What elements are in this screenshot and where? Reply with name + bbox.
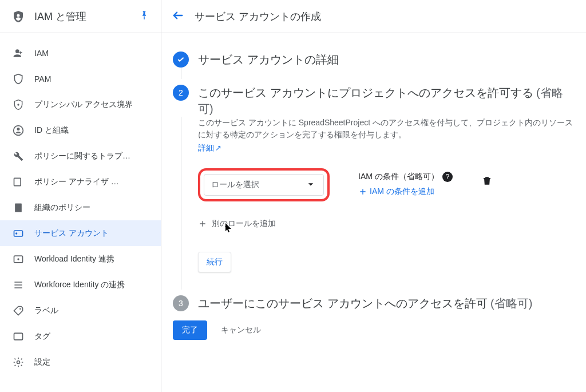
topbar: サービス アカウントの作成: [161, 0, 586, 33]
svg-point-4: [17, 128, 20, 130]
step-1-header: サービス アカウントの詳細: [173, 52, 575, 68]
shield-icon: [11, 10, 25, 23]
step-1-title[interactable]: サービス アカウントの詳細: [198, 52, 339, 68]
sidebar-item-label: ラベル: [34, 306, 58, 316]
tag-icon: [13, 305, 24, 316]
step-2-number: 2: [173, 85, 189, 101]
done-button[interactable]: 完了: [173, 320, 207, 340]
svg-point-13: [17, 361, 20, 363]
svg-point-8: [15, 232, 17, 234]
step-connector: [181, 68, 181, 79]
continue-button[interactable]: 続行: [198, 252, 231, 272]
sidebar-nav-list: IAM PAM プリンシパル アクセス境界 ID と組織 ポリシーに関するトラブ…: [0, 33, 161, 375]
role-select[interactable]: ロールを選択: [204, 174, 324, 196]
sidebar-item-labels[interactable]: ラベル: [0, 298, 161, 323]
sidebar-item-identity[interactable]: ID と組織: [0, 117, 161, 143]
analyzer-icon: [13, 176, 24, 188]
add-iam-condition-button[interactable]: IAM の条件を追加: [358, 187, 453, 197]
pin-icon[interactable]: [139, 10, 149, 22]
flag-icon: [13, 331, 24, 342]
svg-rect-7: [14, 231, 23, 236]
step-2-title: このサービス アカウントにプロジェクトへのアクセスを許可する (省略可): [198, 85, 575, 117]
sidebar-item-iam[interactable]: IAM: [0, 40, 161, 66]
svg-point-1: [15, 49, 19, 53]
step-connector: [181, 117, 181, 290]
svg-point-10: [17, 258, 19, 260]
badge-icon: [13, 228, 24, 239]
step-2-description: このサービス アカウントに SpreadSheetProject へのアクセス権…: [198, 117, 575, 141]
sidebar-item-label: ポリシー アナライザ …: [34, 177, 119, 187]
chevron-down-icon: [305, 179, 316, 192]
sidebar-item-label: Workforce Identity の連携: [34, 280, 125, 290]
svg-point-0: [17, 14, 20, 17]
cursor-icon: [224, 222, 233, 233]
sidebar-item-principal-access[interactable]: プリンシパル アクセス境界: [0, 92, 161, 117]
details-link[interactable]: 詳細↗: [198, 143, 221, 152]
sidebar-item-label: プリンシパル アクセス境界: [34, 100, 133, 110]
sidebar-item-label: 設定: [34, 357, 50, 367]
step-3-title[interactable]: ユーザーにこのサービス アカウントへのアクセスを許可 (省略可): [198, 295, 532, 311]
step-done-icon: [173, 52, 189, 68]
sidebar-item-label: 組織のポリシー: [34, 203, 90, 213]
role-select-highlight: ロールを選択: [198, 168, 330, 201]
role-select-placeholder: ロールを選択: [211, 180, 259, 190]
sidebar-item-org-policies[interactable]: 組織のポリシー: [0, 195, 161, 220]
sidebar-item-pam[interactable]: PAM: [0, 66, 161, 92]
sidebar-item-settings[interactable]: 設定: [0, 349, 161, 375]
help-icon[interactable]: ?: [442, 172, 453, 182]
gear-icon: [13, 357, 24, 368]
sidebar-item-policy-analyzer[interactable]: ポリシー アナライザ …: [0, 169, 161, 195]
sidebar-item-label: ID と組織: [34, 125, 69, 136]
sidebar-item-policy-troubleshoot[interactable]: ポリシーに関するトラブ…: [0, 143, 161, 169]
sidebar-header: IAM と管理: [0, 0, 161, 33]
add-another-role-button[interactable]: 別のロールを追加: [198, 219, 575, 229]
shield-lock-icon: [13, 99, 24, 110]
sidebar-item-label: ポリシーに関するトラブ…: [34, 151, 130, 161]
iam-condition-label: IAM の条件（省略可） ?: [358, 172, 453, 182]
svg-point-2: [17, 104, 19, 105]
account-icon: [13, 125, 24, 136]
sidebar-item-label: サービス アカウント: [34, 228, 109, 239]
sidebar-item-label: IAM: [34, 49, 49, 58]
external-link-icon: ↗: [215, 144, 221, 152]
sidebar-item-service-accounts[interactable]: サービス アカウント: [0, 220, 161, 246]
step-2-header: 2 このサービス アカウントにプロジェクトへのアクセスを許可する (省略可): [173, 85, 575, 117]
workload-icon: [13, 254, 24, 265]
workforce-icon: [13, 279, 24, 291]
wrench-icon: [13, 151, 24, 162]
step-3-number: 3: [173, 295, 189, 311]
step-3-header: 3 ユーザーにこのサービス アカウントへのアクセスを許可 (省略可): [173, 295, 575, 311]
page-title: サービス アカウントの作成: [195, 10, 321, 23]
sidebar-item-tags[interactable]: タグ: [0, 323, 161, 349]
back-arrow-icon[interactable]: [172, 9, 184, 23]
svg-rect-6: [15, 203, 22, 212]
sidebar-item-label: Workload Identity 連携: [34, 254, 114, 264]
shield-check-icon: [13, 73, 24, 85]
cancel-button[interactable]: キャンセル: [221, 325, 261, 335]
sidebar-title: IAM と管理: [34, 10, 139, 23]
sidebar-item-workforce-identity[interactable]: Workforce Identity の連携: [0, 272, 161, 298]
person-add-icon: [13, 47, 24, 59]
delete-role-icon[interactable]: [481, 175, 493, 188]
sidebar-item-label: タグ: [34, 331, 50, 342]
sidebar-item-workload-identity[interactable]: Workload Identity 連携: [0, 246, 161, 272]
document-icon: [13, 202, 24, 213]
svg-rect-5: [14, 178, 21, 185]
sidebar-item-label: PAM: [34, 74, 51, 84]
svg-rect-12: [14, 333, 23, 340]
svg-point-11: [19, 308, 21, 310]
